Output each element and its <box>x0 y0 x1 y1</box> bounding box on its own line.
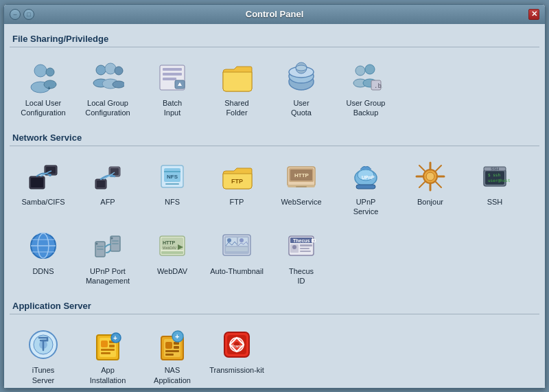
svg-text:+: + <box>47 85 51 91</box>
sidebar-item-auto-thumbnail[interactable]: Auto-Thumbnail <box>206 222 268 289</box>
sidebar-item-webservice[interactable]: HTTP WebService <box>270 153 332 220</box>
samba-label: Samba/CIFS <box>22 197 65 207</box>
network-service-grid: Samba/CIFS <box>10 150 539 291</box>
nas-application-label: NASApplication <box>154 365 191 385</box>
afp-label: AFP <box>100 197 115 207</box>
sidebar-item-nfs[interactable]: NFS NFS <box>141 153 203 220</box>
afp-icon <box>90 159 126 194</box>
sidebar-item-app-installation[interactable]: + AppInstallation <box>77 321 139 387</box>
sidebar-item-ftp[interactable]: FTP FTP <box>206 153 268 220</box>
ssh-icon: $ ssh user@host SSH <box>477 159 513 194</box>
svg-line-59 <box>419 165 425 171</box>
svg-rect-34 <box>97 181 105 187</box>
svg-rect-117 <box>165 342 172 349</box>
local-user-icon: + <box>25 60 61 95</box>
sidebar-item-user-group-backup[interactable]: .bin User GroupBackup <box>335 54 397 121</box>
ddns-label: DDNS <box>32 266 54 276</box>
transmission-label: Transmission-kit <box>209 365 264 375</box>
minimize-button[interactable]: – <box>10 9 21 20</box>
auto-thumbnail-icon <box>219 228 255 264</box>
svg-text:+: + <box>113 334 117 342</box>
svg-point-22 <box>355 66 365 76</box>
nfs-icon: NFS <box>154 159 190 194</box>
maximize-button[interactable]: □ <box>23 9 34 20</box>
sidebar-item-bonjour[interactable]: Bonjour <box>399 153 461 220</box>
svg-rect-100 <box>300 248 309 249</box>
sidebar-item-user-quota[interactable]: UserQuota <box>270 54 332 121</box>
sidebar-item-afp[interactable]: AFP <box>77 153 139 220</box>
svg-rect-77 <box>97 249 104 250</box>
svg-point-10 <box>113 81 124 88</box>
shared-folder-label: SharedFolder <box>224 98 248 118</box>
close-button[interactable]: ✕ <box>528 9 539 20</box>
ddns-icon <box>25 228 61 264</box>
svg-rect-52 <box>356 185 375 189</box>
webdav-icon: HTTP WebDAV <box>154 228 190 264</box>
webservice-label: WebService <box>281 197 321 207</box>
sidebar-item-samba-cifs[interactable]: Samba/CIFS <box>12 153 74 220</box>
svg-rect-41 <box>165 183 179 185</box>
sidebar-item-batch-input[interactable]: BatchInput <box>141 54 203 121</box>
batch-input-label: BatchInput <box>163 98 182 118</box>
sidebar-item-local-user-config[interactable]: + Local UserConfiguration <box>12 54 74 121</box>
sidebar-item-itunes-server[interactable]: iTunesServer <box>12 321 74 387</box>
svg-text:HTTP: HTTP <box>294 172 309 178</box>
window-controls[interactable]: – □ <box>10 9 34 20</box>
sidebar-item-transmission-kit[interactable]: Trans Transmission-kit <box>206 321 268 387</box>
sidebar-item-thecus-id[interactable]: Thecus ID ThecusID <box>270 222 332 289</box>
sidebar-item-upnp-service[interactable]: UPnP UPnPService <box>335 153 397 220</box>
shared-folder-icon <box>219 60 255 95</box>
svg-rect-14 <box>163 78 176 80</box>
svg-point-2 <box>46 68 54 76</box>
svg-rect-119 <box>174 346 179 349</box>
svg-rect-12 <box>163 68 182 71</box>
section-file-sharing: File Sharing/Priviledge + Local UserConf… <box>10 30 539 124</box>
svg-text:WebDAV: WebDAV <box>163 246 177 250</box>
sidebar-item-shared-folder[interactable]: SharedFolder <box>206 54 268 121</box>
sidebar-item-ddns[interactable]: DDNS <box>12 222 74 289</box>
svg-point-98 <box>292 245 296 249</box>
sidebar-item-upnp-port-mgmt[interactable]: UPnP PortManagement <box>77 222 139 289</box>
section-title-network-service: Network Service <box>10 128 539 146</box>
nas-application-icon: + <box>154 327 190 362</box>
bonjour-icon <box>412 159 448 194</box>
svg-point-91 <box>227 238 231 242</box>
user-quota-label: UserQuota <box>291 98 312 118</box>
svg-rect-108 <box>101 341 108 347</box>
thecus-id-icon: Thecus ID <box>283 228 319 264</box>
sidebar-item-webdav[interactable]: HTTP WebDAV WebDAV <box>141 222 203 289</box>
user-group-backup-label: User GroupBackup <box>347 98 386 118</box>
auto-thumbnail-label: Auto-Thumbnail <box>210 266 264 276</box>
svg-rect-112 <box>101 352 110 354</box>
svg-rect-39 <box>164 171 180 172</box>
ftp-label: FTP <box>230 197 244 207</box>
ssh-label: SSH <box>487 197 503 207</box>
svg-point-24 <box>365 65 375 74</box>
svg-text:user@host: user@host <box>488 178 511 183</box>
sidebar-item-local-group-config[interactable]: Local GroupConfiguration <box>77 54 139 121</box>
application-server-grid: iTunesServer + <box>10 319 539 387</box>
svg-point-92 <box>240 238 244 242</box>
svg-point-7 <box>105 63 116 74</box>
svg-point-5 <box>96 65 106 75</box>
sidebar-item-nas-application[interactable]: + NASApplication <box>141 321 203 387</box>
section-application-server: Application Server iTunesServer <box>10 297 539 387</box>
svg-text:FTP: FTP <box>231 178 243 185</box>
transmission-icon: Trans <box>219 327 255 362</box>
svg-rect-110 <box>109 345 115 347</box>
samba-icon <box>25 159 61 194</box>
svg-rect-101 <box>300 251 311 252</box>
itunes-icon <box>25 327 61 362</box>
section-title-file-sharing: File Sharing/Priviledge <box>10 30 539 47</box>
svg-rect-76 <box>97 246 104 247</box>
svg-line-61 <box>436 165 441 171</box>
webservice-icon: HTTP <box>283 159 319 194</box>
svg-point-32 <box>49 174 51 176</box>
svg-rect-47 <box>296 186 307 187</box>
titlebar: – □ Control Panel ✕ <box>4 5 545 24</box>
sidebar-item-ssh[interactable]: $ ssh user@host SSH SSH <box>464 153 526 220</box>
svg-point-75 <box>96 242 98 244</box>
svg-rect-81 <box>112 243 119 244</box>
upnp-port-icon <box>90 228 126 264</box>
svg-text:Trans: Trans <box>231 344 243 348</box>
